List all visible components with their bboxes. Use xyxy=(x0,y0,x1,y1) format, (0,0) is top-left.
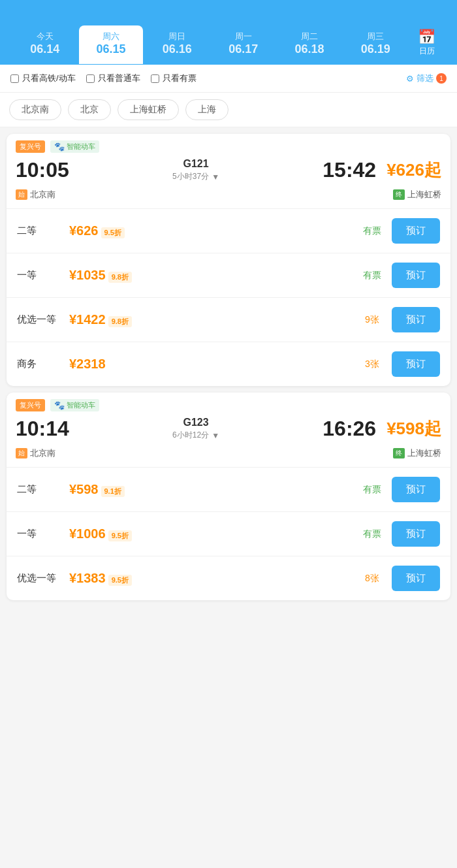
date-tab-tue[interactable]: 周二06.18 xyxy=(277,25,341,64)
filter-checkbox-available[interactable] xyxy=(151,74,159,83)
filter-label-normal: 只看普通车 xyxy=(98,72,140,84)
seat-avail: 9张 xyxy=(353,314,392,326)
trains-list: 复兴号 🐾 智能动车 10:05 G121 5小时37分 ▼ 15:42 ¥62… xyxy=(0,134,457,600)
depart-station-g121: 始 北京南 xyxy=(16,189,55,201)
expand-icon[interactable]: ▼ xyxy=(212,431,219,440)
seat-avail: 8张 xyxy=(353,573,392,585)
discount-badge: 9.8折 xyxy=(108,272,132,283)
seat-price: ¥10359.8折 xyxy=(69,268,353,283)
train-stations-g121: 始 北京南 终 上海虹桥 xyxy=(7,189,450,208)
date-tab-sun[interactable]: 周日06.16 xyxy=(146,25,209,64)
train-duration-g121: 5小时37分 ▼ xyxy=(69,171,323,182)
seat-avail: 有票 xyxy=(353,270,392,281)
train-card-g123: 复兴号 🐾 智能动车 10:14 G123 6小时12分 ▼ 16:26 ¥59… xyxy=(7,393,450,600)
train-num-g121: G121 xyxy=(69,158,323,170)
seat-price: ¥14229.8折 xyxy=(69,312,353,327)
depart-time-g123: 10:14 xyxy=(16,417,69,441)
train-num-g123: G123 xyxy=(69,417,323,428)
smart-icon: 🐾 xyxy=(54,400,65,410)
back-button[interactable] xyxy=(13,12,24,17)
expand-icon[interactable]: ▼ xyxy=(212,172,219,182)
seat-class: 二等 xyxy=(17,225,69,237)
seat-class: 一等 xyxy=(17,528,69,540)
depart-station-g123: 始 北京南 xyxy=(16,447,55,459)
seat-row-二等: 二等 ¥6269.5折 有票 预订 xyxy=(7,208,450,253)
smart-icon: 🐾 xyxy=(54,142,65,152)
train-price-g121: ¥626起 xyxy=(386,159,441,182)
tag-smart: 🐾 智能动车 xyxy=(50,399,99,411)
station-tab-bj[interactable]: 北京 xyxy=(68,99,111,120)
train-duration-g123: 6小时12分 ▼ xyxy=(69,430,323,441)
more-button[interactable] xyxy=(433,12,444,17)
seat-avail: 有票 xyxy=(353,484,392,496)
discount-badge: 9.5折 xyxy=(108,575,132,586)
seat-avail: 有票 xyxy=(353,225,392,237)
seat-row-二等: 二等 ¥5989.1折 有票 预订 xyxy=(7,467,450,511)
seat-row-优选一等: 优选一等 ¥13839.5折 8张 预订 xyxy=(7,556,450,600)
book-button[interactable]: 预订 xyxy=(392,521,440,547)
date-tab-wed[interactable]: 周三06.19 xyxy=(344,25,407,64)
arrive-station-g123: 终 上海虹桥 xyxy=(393,447,441,459)
tag-fuxing: 复兴号 xyxy=(16,140,45,153)
filter-label-hsr: 只看高铁/动车 xyxy=(22,72,76,84)
seat-price: ¥13839.5折 xyxy=(69,571,353,586)
seat-row-优选一等: 优选一等 ¥14229.8折 9张 预订 xyxy=(7,297,450,342)
seat-avail: 有票 xyxy=(353,528,392,540)
date-tab-today[interactable]: 今天06.14 xyxy=(13,25,76,64)
book-button[interactable]: 预订 xyxy=(392,566,440,591)
train-main-g123: 10:14 G123 6小时12分 ▼ 16:26 ¥598起 xyxy=(7,417,450,447)
calendar-button[interactable]: 📅日历 xyxy=(410,25,444,65)
calendar-icon: 📅 xyxy=(418,29,435,46)
filter-btn-label: 筛选 xyxy=(417,72,433,84)
header: 今天06.14周六06.15周日06.16周一06.17周二06.18周三06.… xyxy=(0,0,457,65)
book-button[interactable]: 预订 xyxy=(392,477,440,502)
filter-checkbox-normal[interactable] xyxy=(86,74,95,83)
seat-class: 优选一等 xyxy=(17,572,69,585)
seat-class: 二等 xyxy=(17,483,69,496)
seat-row-一等: 一等 ¥10069.5折 有票 预订 xyxy=(7,511,450,556)
filter-checkbox-hsr[interactable] xyxy=(10,74,19,83)
tag-fuxing: 复兴号 xyxy=(16,399,45,411)
book-button[interactable]: 预订 xyxy=(392,263,440,288)
seat-class: 一等 xyxy=(17,269,69,281)
arrive-badge: 终 xyxy=(393,189,405,200)
depart-time-g121: 10:05 xyxy=(16,158,69,182)
seat-price: ¥5989.1折 xyxy=(69,482,353,497)
filter-check-normal[interactable]: 只看普通车 xyxy=(86,72,140,84)
station-tab-sh[interactable]: 上海 xyxy=(185,99,228,120)
seat-class: 商务 xyxy=(17,358,69,370)
train-tags-g123: 复兴号 🐾 智能动车 xyxy=(7,393,450,417)
header-top xyxy=(13,12,444,25)
arrive-station-g121: 终 上海虹桥 xyxy=(393,189,441,201)
seat-price: ¥10069.5折 xyxy=(69,526,353,541)
book-button[interactable]: 预订 xyxy=(392,307,440,332)
filter-button[interactable]: ⚙筛选1 xyxy=(406,72,447,84)
filter-check-hsr[interactable]: 只看高铁/动车 xyxy=(10,72,76,84)
discount-badge: 9.8折 xyxy=(108,316,132,327)
discount-badge: 9.1折 xyxy=(101,486,125,497)
seat-avail: 3张 xyxy=(353,359,392,370)
train-center-g121: G121 5小时37分 ▼ xyxy=(69,158,323,182)
filter-label-available: 只看有票 xyxy=(163,72,197,84)
date-tab-mon[interactable]: 周一06.17 xyxy=(212,25,275,64)
station-tab-shh[interactable]: 上海虹桥 xyxy=(118,99,179,120)
depart-badge: 始 xyxy=(16,448,27,458)
book-button[interactable]: 预订 xyxy=(392,351,440,377)
date-tab-sat[interactable]: 周六06.15 xyxy=(79,25,142,64)
seat-row-商务: 商务 ¥2318 3张 预订 xyxy=(7,342,450,386)
depart-badge: 始 xyxy=(16,189,27,200)
arrive-time-g121: 15:42 xyxy=(323,158,376,182)
seat-row-一等: 一等 ¥10359.8折 有票 预订 xyxy=(7,253,450,297)
filter-badge: 1 xyxy=(436,73,447,84)
book-button[interactable]: 预订 xyxy=(392,218,440,244)
arrive-badge: 终 xyxy=(393,448,405,458)
discount-badge: 9.5折 xyxy=(101,227,125,238)
seat-class: 优选一等 xyxy=(17,313,69,326)
arrive-time-g123: 16:26 xyxy=(323,417,376,441)
train-tags-g121: 复兴号 🐾 智能动车 xyxy=(7,134,450,158)
train-price-g123: ¥598起 xyxy=(386,417,441,440)
station-tabs: 北京南北京上海虹桥上海 xyxy=(0,93,457,127)
station-tab-bjn[interactable]: 北京南 xyxy=(9,99,61,120)
date-tabs: 今天06.14周六06.15周日06.16周一06.17周二06.18周三06.… xyxy=(13,25,444,65)
filter-check-available[interactable]: 只看有票 xyxy=(151,72,197,84)
